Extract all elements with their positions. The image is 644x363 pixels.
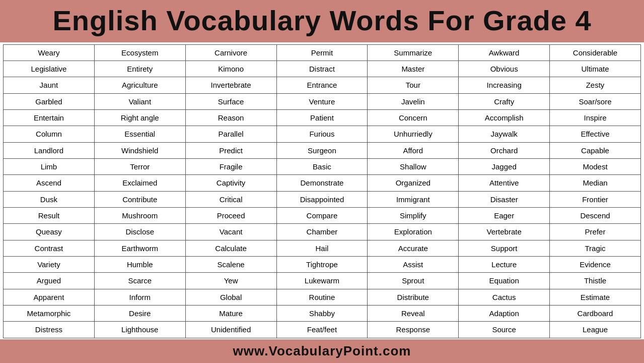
table-cell: Critical [185, 191, 276, 207]
vocabulary-word: Earthworm [96, 243, 184, 254]
vocabulary-word: Disclose [96, 226, 184, 237]
vocabulary-word: Organized [369, 177, 457, 189]
vocabulary-word: Permit [278, 47, 367, 58]
table-cell: Equation [459, 273, 550, 289]
vocabulary-word: Disaster [460, 194, 548, 205]
table-cell: Contrast [4, 240, 95, 256]
vocabulary-word: Surface [187, 96, 275, 107]
table-cell: Shallow [368, 159, 459, 175]
vocabulary-word: Result [5, 210, 93, 221]
table-cell: Exploration [368, 224, 459, 240]
table-cell: Patient [276, 109, 368, 126]
table-cell: Cardboard [550, 306, 641, 322]
vocabulary-word: Exclaimed [96, 177, 184, 189]
table-cell: Javelin [368, 93, 459, 109]
table-cell: League [550, 322, 641, 338]
vocabulary-word: Capable [551, 145, 639, 156]
vocabulary-word: League [551, 324, 639, 335]
table-cell: Shabby [276, 306, 368, 322]
table-cell: Accomplish [459, 109, 550, 126]
table-cell: Agriculture [94, 77, 185, 93]
table-cell: Zesty [550, 77, 641, 93]
footer-url: www.VocabularyPoint.com [233, 343, 411, 358]
vocabulary-word: Lukewarm [278, 275, 367, 286]
table-cell: Estimate [550, 289, 641, 305]
vocabulary-word: Unhurriedly [369, 128, 457, 140]
table-cell: Column [4, 126, 95, 142]
table-cell: Variety [4, 257, 95, 273]
table-cell: Windshield [94, 142, 185, 158]
vocabulary-word: Valiant [96, 96, 184, 107]
table-cell: Tour [368, 77, 459, 93]
table-cell: Ascend [4, 175, 95, 191]
table-cell: Descend [550, 208, 641, 224]
vocabulary-word: Essential [96, 128, 184, 140]
table-cell: Entrance [276, 77, 368, 93]
vocabulary-word: Variety [5, 259, 93, 270]
vocabulary-word: Windshield [96, 145, 184, 156]
vocabulary-word: Awkward [460, 47, 548, 58]
table-cell: Entertain [4, 109, 95, 126]
vocabulary-word: Lighthouse [96, 324, 184, 335]
vocabulary-word: Entertain [5, 112, 93, 124]
vocabulary-word: Distress [5, 324, 93, 335]
table-cell: Lecture [459, 257, 550, 273]
vocabulary-word: Dusk [5, 194, 93, 205]
table-cell: Landlord [4, 142, 95, 158]
vocabulary-word: Tightrope [278, 259, 367, 270]
table-cell: Master [368, 60, 459, 77]
vocabulary-word: Javelin [369, 96, 457, 107]
vocabulary-word: Attentive [460, 177, 548, 189]
vocabulary-word: Agriculture [96, 79, 184, 91]
vocabulary-word: Zesty [551, 79, 639, 91]
table-cell: Tragic [550, 240, 641, 256]
vocabulary-word: Distract [278, 63, 367, 75]
vocabulary-word: Scalene [187, 259, 275, 270]
vocabulary-word: Entrance [278, 79, 367, 91]
table-cell: Lighthouse [94, 322, 185, 338]
vocabulary-word: Vacant [187, 226, 275, 237]
table-cell: Inspire [550, 109, 641, 126]
vocabulary-word: Predict [187, 145, 275, 156]
table-cell: Weary [4, 44, 95, 60]
vocabulary-word: Contrast [5, 243, 93, 254]
table-cell: Argued [4, 273, 95, 289]
table-cell: Essential [94, 126, 185, 142]
table-cell: Surgeon [276, 142, 368, 158]
table-cell: Inform [94, 289, 185, 305]
table-cell: Predict [185, 142, 276, 158]
table-cell: Scarce [94, 273, 185, 289]
vocabulary-word: Adaption [460, 308, 548, 319]
table-cell: Terror [94, 159, 185, 175]
table-cell: Feat/feet [276, 322, 368, 338]
table-cell: Metamorphic [4, 306, 95, 322]
vocabulary-word: Venture [278, 96, 367, 107]
table-cell: Support [459, 240, 550, 256]
table-cell: Earthworm [94, 240, 185, 256]
vocabulary-word: Inspire [551, 112, 639, 124]
vocabulary-word: Accomplish [460, 112, 548, 124]
table-cell: Response [368, 322, 459, 338]
vocabulary-word: Argued [5, 275, 93, 286]
vocabulary-word: Invertebrate [187, 79, 275, 91]
table-cell: Demonstrate [276, 175, 368, 191]
vocabulary-word: Jagged [460, 161, 548, 172]
vocabulary-word: Jaywalk [460, 128, 548, 140]
vocabulary-word: Entirety [96, 63, 184, 75]
vocabulary-word: Increasing [460, 79, 548, 91]
table-cell: Modest [550, 159, 641, 175]
table-cell: Awkward [459, 44, 550, 60]
vocabulary-word: Shallow [369, 161, 457, 172]
table-cell: Eager [459, 208, 550, 224]
vocabulary-word: Basic [278, 161, 367, 172]
vocabulary-word: Assist [369, 259, 457, 270]
table-cell: Venture [276, 93, 368, 109]
page-header: English Vocabulary Words For Grade 4 [0, 0, 644, 42]
table-cell: Fragile [185, 159, 276, 175]
table-cell: Evidence [550, 257, 641, 273]
table-cell: Routine [276, 289, 368, 305]
vocabulary-word: Desire [96, 308, 184, 319]
vocabulary-word: Sprout [369, 275, 457, 286]
vocabulary-word: Terror [96, 161, 184, 172]
vocabulary-word: Calculate [187, 243, 275, 254]
